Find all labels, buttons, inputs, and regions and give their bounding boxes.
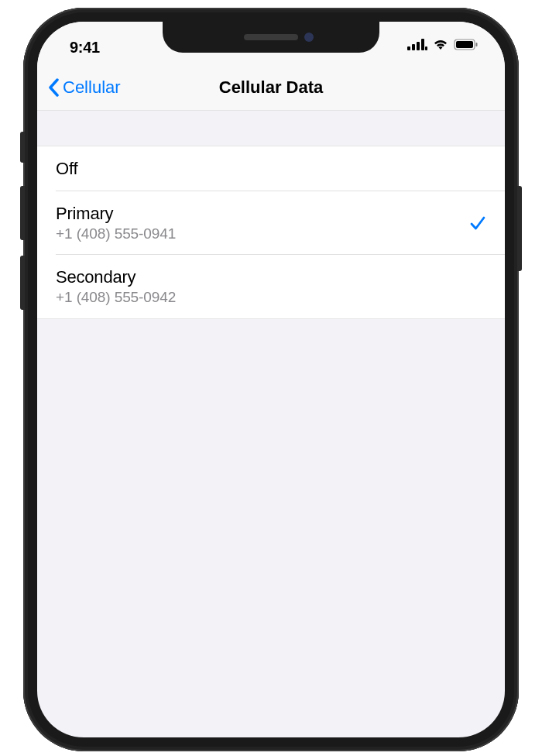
row-label: Secondary	[56, 267, 176, 287]
front-camera	[304, 33, 314, 42]
checkmark-icon	[469, 215, 486, 232]
back-button[interactable]: Cellular	[48, 77, 121, 98]
option-off[interactable]: Off	[37, 146, 505, 191]
options-list: Off Primary +1 (408) 555-0941	[37, 146, 505, 319]
status-time: 9:41	[70, 39, 100, 57]
battery-icon	[454, 39, 479, 50]
screen: 9:41	[37, 22, 505, 737]
row-phone-number: +1 (408) 555-0942	[56, 289, 176, 306]
svg-rect-6	[456, 41, 473, 48]
status-icons	[407, 39, 479, 50]
navigation-bar: Cellular Cellular Data	[37, 64, 505, 111]
row-phone-number: +1 (408) 555-0941	[56, 225, 176, 242]
svg-rect-7	[476, 43, 478, 46]
power-button	[517, 186, 522, 271]
svg-rect-3	[421, 39, 424, 50]
svg-rect-0	[407, 46, 410, 50]
option-secondary[interactable]: Secondary +1 (408) 555-0942	[37, 255, 505, 318]
row-content: Off	[56, 159, 77, 179]
svg-rect-4	[425, 46, 427, 50]
phone-frame: 9:41	[23, 8, 519, 751]
back-label: Cellular	[63, 77, 121, 98]
svg-rect-2	[417, 42, 420, 50]
speaker-grille	[244, 34, 298, 40]
row-label: Primary	[56, 204, 176, 224]
page-title: Cellular Data	[219, 77, 324, 98]
mute-switch	[20, 132, 25, 163]
svg-rect-1	[412, 44, 415, 50]
content-area: Off Primary +1 (408) 555-0941	[37, 146, 505, 319]
wifi-icon	[433, 39, 448, 50]
row-content: Secondary +1 (408) 555-0942	[56, 267, 176, 306]
volume-down-button	[20, 256, 25, 310]
dual-sim-signal-icon	[407, 39, 427, 50]
chevron-left-icon	[48, 78, 60, 97]
volume-up-button	[20, 186, 25, 240]
row-label: Off	[56, 159, 77, 179]
notch	[163, 22, 379, 53]
row-content: Primary +1 (408) 555-0941	[56, 204, 176, 242]
option-primary[interactable]: Primary +1 (408) 555-0941	[37, 191, 505, 255]
